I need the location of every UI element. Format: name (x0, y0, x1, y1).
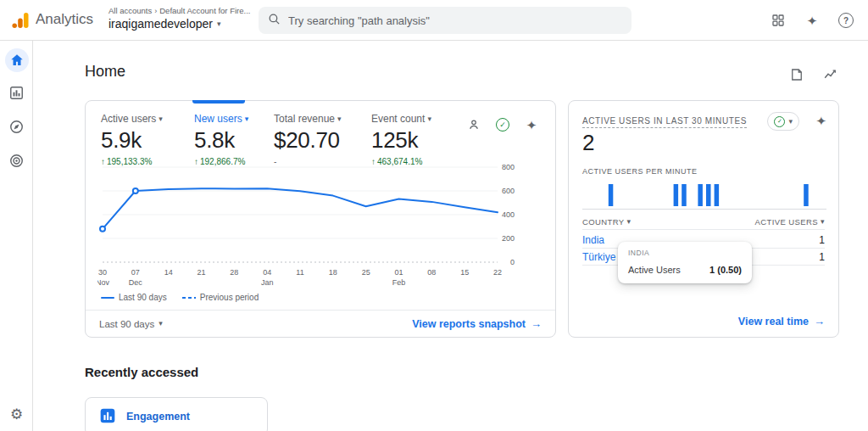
svg-text:01: 01 (394, 268, 403, 277)
legend-item: Last 90 days (101, 293, 167, 302)
svg-text:30: 30 (98, 268, 107, 277)
overview-card-footer: Last 90 days ▾ View reports snapshot → (86, 310, 555, 337)
per-minute-bars (582, 177, 826, 210)
metric-label: Event count (371, 113, 425, 125)
overview-card-actions: ✓ ✦ (464, 115, 542, 135)
realtime-table-header: COUNTRY ▾ ACTIVE USERS ▾ (582, 216, 825, 230)
insights-sparkle-icon[interactable]: ✦ (521, 115, 542, 135)
engagement-report-icon (99, 407, 116, 427)
svg-text:15: 15 (460, 268, 469, 277)
active-users-value: 1 (819, 234, 825, 246)
svg-text:14: 14 (164, 268, 173, 277)
active-users-column-header[interactable]: ACTIVE USERS ▾ (755, 216, 825, 227)
svg-text:11: 11 (296, 268, 303, 277)
dashed-line-swatch (182, 297, 196, 299)
arrow-right-icon: → (814, 315, 825, 327)
view-real-time-link[interactable]: View real time → (738, 315, 825, 327)
top-bar: Analytics All accounts›Default Account f… (0, 0, 868, 41)
account-name: iraqigamedeveloper (108, 17, 213, 31)
realtime-sparkle-icon[interactable]: ✦ (815, 115, 826, 127)
reports-icon (8, 85, 25, 104)
per-minute-label: ACTIVE USERS PER MINUTE (582, 167, 698, 176)
insights-trend-icon[interactable] (821, 64, 841, 85)
analytics-logo-icon[interactable] (10, 10, 31, 31)
search-icon (267, 12, 281, 29)
left-nav: ⚙ (0, 41, 33, 431)
caret-down-icon: ▾ (245, 115, 249, 123)
svg-text:800: 800 (502, 163, 515, 171)
data-quality-check-icon[interactable]: ✓ (496, 118, 509, 132)
search-bar[interactable] (259, 7, 632, 34)
chart-legend: Last 90 days Previous period (101, 293, 259, 302)
caret-down-icon: ▾ (627, 218, 632, 226)
caret-down-icon: ▾ (159, 320, 163, 327)
svg-text:25: 25 (362, 268, 370, 277)
account-switcher[interactable]: iraqigamedeveloper ▾ (108, 17, 221, 31)
svg-text:28: 28 (230, 268, 238, 277)
solid-line-swatch (101, 297, 114, 299)
svg-text:21: 21 (197, 268, 205, 277)
sidebar-item-home[interactable] (0, 46, 33, 75)
realtime-card: ACTIVE USERS IN LAST 30 MINUTES ✓ ▾ ✦ 2 … (568, 100, 839, 338)
country-link[interactable]: Türkiye (582, 251, 615, 263)
search-input[interactable] (288, 14, 623, 27)
arrow-right-icon: → (531, 317, 542, 330)
caret-down-icon: ▾ (159, 115, 163, 123)
metric-label: Active users (101, 113, 156, 125)
realtime-tooltip: INDIA Active Users 1 (0.50) (618, 242, 752, 283)
metric-tab-new-users[interactable]: New users▾ 5.8k ↑192,866.7% (194, 113, 248, 166)
recent-card-label: Engagement (126, 411, 190, 423)
svg-text:200: 200 (502, 234, 515, 243)
svg-text:18: 18 (329, 268, 337, 277)
check-circle-icon: ✓ (774, 116, 785, 127)
home-icon (5, 48, 29, 72)
svg-text:04: 04 (263, 268, 271, 277)
data-quality-dropdown[interactable]: ✓ ▾ (767, 112, 799, 131)
breadcrumb-item[interactable]: All accounts (108, 6, 152, 15)
breadcrumb-separator-icon: › (154, 7, 157, 15)
benchmark-person-icon[interactable] (464, 115, 484, 135)
recent-card-engagement[interactable]: Engagement (85, 397, 268, 431)
breadcrumb-item[interactable]: Default Account for Fire... (159, 6, 250, 15)
tooltip-value: 1 (0.50) (709, 265, 742, 275)
svg-text:Nov: Nov (97, 278, 109, 287)
notes-icon[interactable] (787, 64, 807, 85)
chevron-down-icon: ▾ (217, 20, 221, 28)
sidebar-item-explore[interactable] (0, 114, 33, 143)
view-reports-snapshot-link[interactable]: View reports snapshot → (412, 317, 542, 330)
breadcrumb: All accounts›Default Account for Fire... (108, 6, 250, 15)
page-title-actions (787, 64, 841, 85)
ai-sparkle-icon[interactable]: ✦ (802, 10, 822, 31)
svg-text:08: 08 (427, 268, 436, 277)
advertising-target-icon (8, 153, 25, 171)
users-line-chart: 020040060080030Nov07Dec14212804Jan111825… (97, 160, 545, 289)
svg-text:22: 22 (493, 268, 502, 277)
help-icon[interactable]: ? (836, 10, 856, 31)
tooltip-label: Active Users (628, 265, 681, 275)
active-users-value: 1 (819, 251, 825, 263)
apps-grid-icon[interactable] (768, 10, 788, 31)
selected-metric-indicator (192, 100, 245, 104)
country-link[interactable]: India (582, 234, 604, 246)
caret-down-icon: ▾ (427, 115, 431, 123)
caret-down-icon: ▾ (821, 218, 825, 226)
app-name[interactable]: Analytics (36, 11, 93, 28)
country-column-header[interactable]: COUNTRY ▾ (582, 216, 632, 227)
metric-value: 125k (371, 127, 431, 154)
overview-card: Active users▾ 5.9k ↑195,133.3% New users… (85, 100, 556, 338)
metric-tab-event-count[interactable]: Event count▾ 125k ↑463,674.1% (371, 113, 431, 166)
metric-tab-active-users[interactable]: Active users▾ 5.9k ↑195,133.3% (101, 113, 163, 166)
page-title: Home (85, 63, 125, 81)
caret-down-icon: ▾ (788, 118, 793, 126)
svg-text:0: 0 (510, 258, 515, 266)
sidebar-item-advertising[interactable] (0, 148, 33, 176)
sidebar-item-reports[interactable] (0, 80, 33, 109)
date-range-selector[interactable]: Last 90 days ▾ (99, 319, 163, 329)
svg-text:07: 07 (131, 268, 140, 277)
metric-value: 5.9k (101, 127, 163, 154)
explore-compass-icon (8, 119, 25, 137)
legend-item: Previous period (182, 293, 259, 302)
metric-value: 5.8k (194, 127, 248, 154)
settings-gear-icon[interactable]: ⚙ (0, 402, 33, 426)
metric-tab-total-revenue[interactable]: Total revenue▾ $20.70 - (274, 113, 342, 166)
